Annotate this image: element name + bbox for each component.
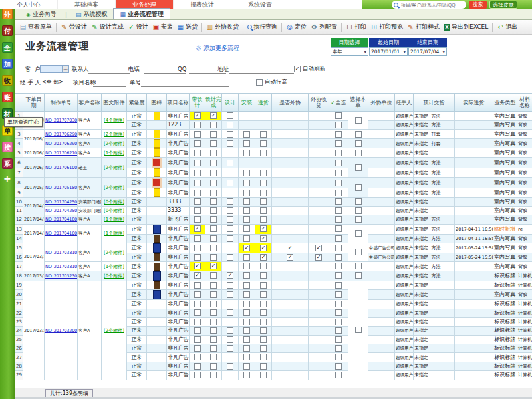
status-checkbox[interactable] (227, 207, 233, 214)
table-row[interactable]: 32017/06/29NO_201706290002客户A[2个附件]正常非凡广… (15, 130, 532, 139)
status-checkbox[interactable] (227, 263, 233, 269)
status-checkbox[interactable] (243, 131, 250, 138)
sidebar-item-接[interactable]: 接 (2, 142, 13, 152)
status-checkbox[interactable] (335, 190, 342, 196)
stamp-thumbnail-icon[interactable] (152, 158, 162, 168)
status-checkbox[interactable] (260, 354, 267, 360)
status-checkbox[interactable] (194, 160, 201, 166)
attachments-link[interactable]: [0个附件] (104, 273, 124, 279)
column-header-18[interactable]: 经手人 (395, 94, 414, 112)
status-checkbox[interactable] (194, 336, 201, 343)
table-row[interactable]: 4NO_201706290001客户A[2个附件]正常非凡广告超级用户未指定 打… (15, 139, 532, 148)
status-checkbox[interactable] (194, 245, 201, 251)
status-checkbox[interactable] (335, 235, 342, 242)
search-button[interactable]: 搜索 (469, 1, 487, 9)
column-header-14[interactable]: 外协收货 (309, 94, 329, 112)
status-checkbox[interactable] (243, 198, 250, 205)
toolbar-button-设计完成[interactable]: ✎设计完成 (89, 21, 126, 33)
toolbar-button-定位[interactable]: ◎定位 (284, 21, 309, 33)
toolbar-button-设计[interactable]: ✓设计 (126, 21, 150, 33)
status-checkbox[interactable] (210, 345, 217, 352)
toolbar-button-外协收货[interactable]: ▥外协收货 (204, 21, 241, 33)
status-checkbox[interactable] (210, 131, 217, 138)
blue-thumbnail-icon[interactable] (153, 243, 161, 253)
status-checkbox[interactable] (194, 282, 201, 289)
order-number-link[interactable]: NO_201705180001 (45, 185, 78, 190)
status-checkbox[interactable] (194, 354, 201, 360)
attachments-link[interactable]: [1个附件] (104, 264, 124, 269)
order-number-link[interactable]: NO_201703310001 (45, 264, 78, 269)
status-checkbox[interactable] (210, 272, 217, 279)
column-header-15[interactable]: ✓全选 (329, 94, 348, 112)
status-checkbox[interactable] (260, 336, 267, 343)
add-more-flows-link[interactable]: ☼ 添加更多流程 (196, 44, 239, 53)
status-checkbox[interactable] (227, 282, 233, 289)
column-header-20[interactable]: 实际送货 (455, 94, 493, 112)
tab-系统授权[interactable]: ▤系统授权 (70, 9, 114, 19)
status-checkbox[interactable] (210, 282, 217, 289)
status-checkbox[interactable] (227, 354, 233, 360)
column-header-17[interactable]: 外协单位 (368, 94, 395, 112)
column-header-4[interactable]: 图文附件 (102, 94, 127, 112)
status-checkbox[interactable] (210, 150, 217, 156)
toolbar-button-打印[interactable]: ⊟打印 (344, 21, 368, 33)
tab-业务流程管理[interactable]: ▦业务流程管理 (113, 8, 170, 19)
menu-item-系统设置[interactable]: 系统设置 (231, 0, 289, 9)
status-checkbox[interactable] (227, 301, 233, 307)
handler-select[interactable]: <全 部> (35, 78, 70, 86)
order-number-link[interactable]: NO_201704180001 (45, 217, 78, 222)
column-header-16[interactable]: 选择本单 (348, 94, 368, 112)
column-header-12[interactable]: 送货 (255, 94, 272, 112)
order-number-link[interactable]: NO_201703230001 (45, 273, 78, 279)
select-order-checkbox[interactable] (355, 198, 362, 205)
status-checkbox[interactable] (243, 254, 250, 261)
status-checkbox[interactable] (194, 140, 201, 147)
status-checkbox[interactable] (243, 336, 250, 343)
status-checkbox[interactable] (194, 216, 201, 223)
status-checkbox[interactable] (335, 180, 342, 186)
select-order-checkbox[interactable] (355, 249, 362, 255)
status-checkbox[interactable] (260, 254, 267, 261)
select-order-checkbox[interactable] (355, 117, 362, 124)
status-checkbox[interactable] (210, 291, 217, 298)
toolbar-button-带设计[interactable]: ✎带设计 (59, 21, 89, 33)
status-checkbox[interactable] (335, 112, 342, 119)
status-checkbox[interactable] (194, 291, 201, 298)
menu-item-个人中心[interactable]: 个人中心 (0, 0, 58, 9)
toolbar-button-查看原单[interactable]: ▤查看原单 (17, 21, 54, 33)
status-checkbox[interactable] (210, 245, 217, 251)
status-checkbox[interactable] (194, 150, 201, 156)
status-checkbox[interactable] (194, 122, 201, 128)
status-checkbox[interactable] (260, 198, 267, 205)
select-order-checkbox[interactable] (355, 230, 362, 237)
status-checkbox[interactable] (243, 282, 250, 289)
status-checkbox[interactable] (287, 254, 293, 261)
table-row[interactable]: 11NO_201704250001安装部门通用[0个附件]正常3333超级用户未… (15, 206, 532, 215)
status-checkbox[interactable] (194, 345, 201, 352)
table-row[interactable]: 192017/03/20NO_201703200001客户A[2个附件]正常非凡… (15, 281, 532, 289)
status-checkbox[interactable] (210, 319, 217, 325)
status-checkbox[interactable] (227, 160, 233, 166)
status-checkbox[interactable] (227, 291, 233, 298)
column-header-6[interactable]: 图样 (147, 94, 167, 112)
attachments-link[interactable]: [2个附件] (104, 328, 124, 333)
auto-refresh-checkbox[interactable]: 自动刷新 (294, 65, 325, 73)
select-order-checkbox[interactable] (355, 272, 362, 279)
toolbar-button-列配置[interactable]: ⚙列配置 (309, 21, 339, 33)
order-number-link[interactable]: NO_201706290001 (45, 141, 78, 146)
status-checkbox[interactable] (227, 140, 233, 147)
status-checkbox[interactable] (335, 319, 342, 325)
start-date-select[interactable]: 2017/01/01▾ (369, 47, 408, 56)
ydoc-thumbnail-icon[interactable] (154, 139, 160, 148)
table-row[interactable]: 62017/06/10NO_201706100001老王[2个附件]正常非凡广告… (15, 158, 532, 168)
attachments-link[interactable]: [2个附件] (104, 132, 124, 137)
status-checkbox[interactable] (243, 319, 250, 325)
status-checkbox[interactable] (335, 263, 342, 269)
status-checkbox[interactable] (227, 235, 233, 242)
order-number-link[interactable]: NO_201704250002 (45, 200, 78, 205)
status-checkbox[interactable] (335, 309, 342, 316)
menu-item-基础档案[interactable]: 基础档案 (58, 0, 116, 9)
status-checkbox[interactable] (210, 140, 217, 147)
sidebar-item-加[interactable]: 加 (2, 59, 13, 69)
select-order-checkbox[interactable] (355, 184, 362, 191)
